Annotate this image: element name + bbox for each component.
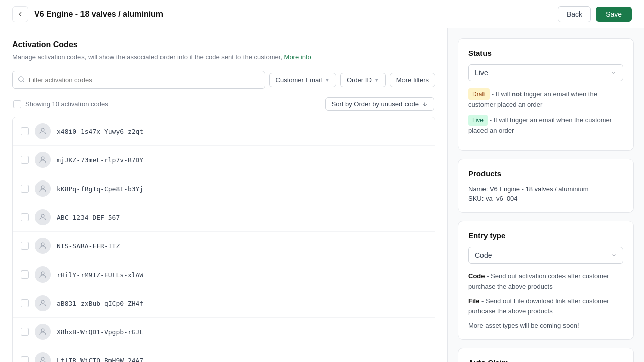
sort-button[interactable]: Sort by Order by unused code (325, 97, 434, 111)
avatar (35, 295, 51, 311)
code-checkbox[interactable] (21, 127, 29, 135)
user-icon (38, 213, 47, 222)
more-info-link[interactable]: More info (284, 53, 311, 61)
live-note: Live - It will trigger an email when the… (468, 115, 623, 136)
code-text: LtlIR-WjCTO-BmH9W-24A7 (57, 357, 143, 363)
back-arrow-button[interactable] (12, 6, 28, 22)
code-row: NIS-SARA-EFR-ITZ (13, 232, 435, 260)
products-card: Products Name: V6 Engine - 18 valves / a… (458, 159, 634, 213)
page-title: V6 Engine - 18 valves / aluminium (34, 10, 163, 19)
code-checkbox[interactable] (21, 270, 29, 279)
product-name: Name: V6 Engine - 18 valves / aluminium (468, 185, 623, 193)
code-checkbox[interactable] (21, 185, 29, 193)
filter-bar: Customer Email ▼ Order ID ▼ More filters (12, 71, 435, 89)
list-count: Showing 10 activation codes (13, 100, 108, 108)
code-row: x48i0-1s47x-Yuwy6-z2qt (13, 117, 435, 146)
code-text: X8hxB-WrQD1-Vpgpb-rGJL (57, 328, 143, 336)
product-sku: SKU: va_v6_004 (468, 195, 623, 202)
code-checkbox[interactable] (21, 213, 29, 221)
auto-claim-title: Auto Claim (468, 358, 623, 362)
code-text: ABC-1234-DEF-567 (57, 214, 120, 221)
user-icon (38, 127, 47, 136)
user-icon (38, 155, 47, 164)
left-panel: Activation Codes Manage activation codes… (0, 28, 448, 362)
entry-type-card: Entry type Code File Code - Send out act… (458, 221, 634, 340)
svg-point-10 (41, 329, 44, 332)
avatar (35, 123, 51, 139)
section-title: Activation Codes (12, 40, 435, 49)
header-right: Back Save (558, 6, 632, 22)
entry-type-select[interactable]: Code File (468, 247, 623, 264)
auto-claim-card: Auto Claim Enable - Automatically send o… (458, 348, 634, 362)
right-panel: Status Draft Live Draft - It will not tr… (448, 28, 644, 362)
arrow-left-icon (16, 10, 24, 18)
chevron-down-icon: ▼ (325, 77, 330, 83)
avatar (35, 238, 51, 254)
header-left: V6 Engine - 18 valves / aluminium (12, 6, 163, 22)
code-text: NIS-SARA-EFR-ITZ (57, 242, 120, 250)
code-row: rHilY-rM9IZ-EUtLs-xlAW (13, 260, 435, 289)
more-types-note: More asset types will be coming soon! (468, 322, 623, 329)
svg-point-11 (41, 357, 44, 360)
avatar (35, 180, 51, 197)
code-row: mjJKZ-73meL-rlp7v-B7DY (13, 146, 435, 174)
user-icon (38, 241, 47, 250)
code-checkbox[interactable] (21, 328, 29, 336)
file-entry-desc: File - Send out File download link after… (468, 296, 623, 317)
code-checkbox[interactable] (21, 242, 29, 250)
user-icon (38, 327, 47, 336)
user-icon (38, 184, 47, 193)
main-layout: Activation Codes Manage activation codes… (0, 28, 644, 362)
back-button[interactable]: Back (558, 6, 591, 22)
code-row: aB831-zxBub-qICp0-ZH4f (13, 289, 435, 318)
select-all-checkbox[interactable] (13, 100, 21, 108)
order-id-filter[interactable]: Order ID ▼ (340, 73, 386, 87)
code-checkbox[interactable] (21, 356, 29, 362)
code-text: kK8Pq-fRgTq-Cpe8I-b3Yj (57, 185, 143, 193)
svg-point-6 (41, 214, 44, 217)
user-icon (38, 270, 47, 279)
code-text: x48i0-1s47x-Yuwy6-z2qt (57, 128, 143, 135)
avatar (35, 152, 51, 168)
status-select[interactable]: Draft Live (468, 64, 623, 81)
draft-badge: Draft (468, 88, 490, 100)
list-meta: Showing 10 activation codes Sort by Orde… (12, 97, 435, 111)
code-text: rHilY-rM9IZ-EUtLs-xlAW (57, 271, 143, 279)
code-text: aB831-zxBub-qICp0-ZH4f (57, 300, 143, 307)
customer-email-filter[interactable]: Customer Email ▼ (269, 73, 336, 87)
svg-point-4 (41, 157, 44, 160)
user-icon (38, 299, 47, 308)
search-icon (18, 76, 25, 84)
sort-icon (422, 101, 428, 107)
avatar (35, 209, 51, 225)
products-card-title: Products (468, 169, 623, 178)
code-row: ABC-1234-DEF-567 (13, 203, 435, 232)
code-entry-desc: Code - Send out activation codes after c… (468, 271, 623, 292)
code-text: mjJKZ-73meL-rlp7v-B7DY (57, 156, 143, 164)
svg-point-3 (41, 128, 44, 131)
save-button[interactable]: Save (596, 7, 632, 22)
chevron-down-icon: ▼ (374, 77, 379, 83)
search-wrap (12, 71, 265, 89)
avatar (35, 324, 51, 340)
status-card-title: Status (468, 49, 623, 57)
svg-line-1 (23, 80, 24, 82)
code-row: kK8Pq-fRgTq-Cpe8I-b3Yj (13, 174, 435, 203)
svg-point-8 (41, 272, 44, 275)
section-desc-text: Manage activation codes, will show the a… (12, 53, 282, 61)
section-desc: Manage activation codes, will show the a… (12, 53, 435, 61)
code-row: X8hxB-WrQD1-Vpgpb-rGJL (13, 318, 435, 346)
avatar (35, 352, 51, 362)
search-input[interactable] (29, 76, 260, 84)
svg-point-0 (19, 76, 23, 81)
draft-note: Draft - It will not trigger an email whe… (468, 88, 623, 110)
live-badge: Live (468, 115, 488, 126)
svg-point-9 (41, 300, 44, 303)
code-list: x48i0-1s47x-Yuwy6-z2qt mjJKZ-73meL-rlp7v… (12, 117, 435, 362)
code-checkbox[interactable] (21, 299, 29, 307)
code-checkbox[interactable] (21, 156, 29, 164)
more-filters-button[interactable]: More filters (390, 73, 435, 87)
status-card: Status Draft Live Draft - It will not tr… (458, 38, 634, 151)
app-header: V6 Engine - 18 valves / aluminium Back S… (0, 0, 644, 28)
svg-point-7 (41, 243, 44, 246)
